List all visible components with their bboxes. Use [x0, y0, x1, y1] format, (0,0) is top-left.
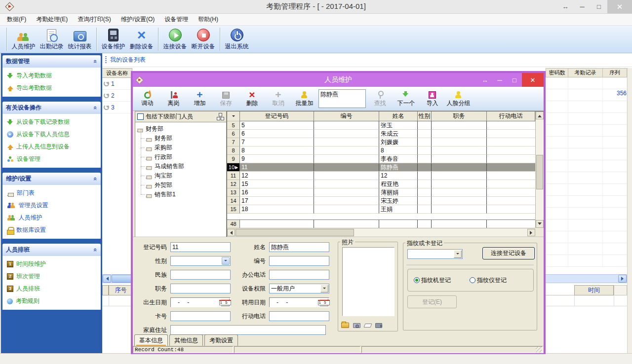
- column-header[interactable]: 登记号码: [240, 111, 314, 121]
- table-row[interactable]: 77刘媛媛: [227, 138, 535, 146]
- time-column-header[interactable]: 时间: [574, 285, 614, 295]
- arrange-arrows-icon[interactable]: ↔: [477, 73, 492, 87]
- scroll-right-icon[interactable]: [527, 229, 535, 236]
- sidebar-item-database-settings[interactable]: 数据库设置: [7, 226, 99, 234]
- grid-horizontal-scrollbar[interactable]: [227, 228, 535, 237]
- tree-node[interactable]: 采购部: [136, 143, 225, 152]
- chevron-up-icon[interactable]: «: [92, 177, 99, 181]
- tree-node[interactable]: 销售部1: [136, 190, 225, 199]
- radio-icon[interactable]: [470, 277, 475, 283]
- toolbar-report-button[interactable]: 统计报表: [66, 26, 94, 53]
- toolbar-personnel-button[interactable]: 人员维护: [9, 26, 38, 53]
- calendar-icon[interactable]: 15: [319, 298, 328, 306]
- column-header[interactable]: 密码数: [546, 68, 568, 77]
- batch-add-button[interactable]: 批量加: [291, 87, 317, 110]
- sidebar-item-department-table[interactable]: 部门表: [7, 189, 99, 197]
- column-header[interactable]: 考勤记录: [568, 68, 603, 77]
- mobile-phone-field[interactable]: [269, 311, 329, 321]
- sidebar-item-personnel-maintain[interactable]: 人员维护: [7, 214, 99, 222]
- table-row[interactable]: 1316薄丽娟: [227, 188, 535, 197]
- section-header-data[interactable]: 数据管理 «: [2, 55, 101, 68]
- face-group-button[interactable]: 人脸分组: [445, 87, 472, 110]
- column-header[interactable]: 姓名: [379, 111, 418, 121]
- scroll-left-icon[interactable]: [227, 229, 235, 236]
- table-row[interactable]: 1417宋玉婷: [227, 197, 535, 205]
- vertical-scrollbar[interactable]: [535, 111, 544, 228]
- section-header-maintain[interactable]: 维护/设置 «: [2, 173, 101, 185]
- sidebar-item-time-period[interactable]: 1时间段维护: [7, 260, 99, 268]
- open-folder-icon[interactable]: [341, 323, 349, 328]
- fingerprint-device-select[interactable]: [407, 249, 463, 259]
- chevron-up-icon[interactable]: «: [92, 106, 99, 109]
- include-sub-dept-checkbox[interactable]: [137, 113, 144, 120]
- next-button[interactable]: 下一个: [393, 87, 419, 110]
- table-row[interactable]: 1518王娟: [227, 205, 535, 214]
- menu-query-print[interactable]: 查询/打印(S): [73, 14, 116, 25]
- seq-column-header[interactable]: 序号: [109, 285, 133, 295]
- device-row[interactable]: 3: [102, 102, 132, 113]
- camera-icon[interactable]: [353, 323, 360, 328]
- import-button[interactable]: 导入: [419, 87, 445, 110]
- toolbar-disconnect-device-button[interactable]: 断开设备: [189, 26, 217, 53]
- toolbar-exit-button[interactable]: 退出系统: [223, 26, 251, 53]
- column-header[interactable]: 职务: [432, 111, 487, 121]
- home-address-field[interactable]: [170, 325, 326, 335]
- sidebar-item-import-data[interactable]: 导入考勤数据: [7, 72, 99, 80]
- transfer-button[interactable]: 调动: [134, 87, 160, 110]
- column-header[interactable]: 序列: [603, 68, 627, 77]
- birth-date-field[interactable]: - -15: [170, 297, 231, 307]
- tree-node[interactable]: 财务部: [136, 134, 225, 143]
- tree-root[interactable]: 财务部: [136, 124, 225, 134]
- video-camera-icon[interactable]: [375, 323, 382, 328]
- sidebar-item-shift-manage[interactable]: 2班次管理: [7, 272, 99, 281]
- eraser-icon[interactable]: [364, 324, 372, 328]
- device-name-header[interactable]: 设备名称: [102, 68, 132, 78]
- dropdown-arrow-icon[interactable]: [227, 111, 240, 121]
- radio-selected-icon[interactable]: [414, 277, 420, 283]
- sidebar-item-download-personnel[interactable]: 从设备下载人员信息: [7, 130, 99, 139]
- menu-maintain[interactable]: 维护/设置(O): [116, 14, 160, 25]
- duty-field[interactable]: [170, 284, 231, 293]
- delete-button[interactable]: ×删除: [239, 87, 265, 110]
- tree-node[interactable]: 马成销售部: [136, 162, 225, 171]
- tab-basic-info[interactable]: 基本信息: [134, 334, 168, 346]
- device-privilege-select[interactable]: 一般用户: [269, 284, 329, 293]
- table-row[interactable]: 55张玉: [227, 121, 535, 130]
- table-row[interactable]: 111212: [227, 172, 535, 180]
- table-row[interactable]: 1215程亚艳: [227, 180, 535, 188]
- dialog-titlebar[interactable]: 人员维护 ↔ ─ □ ✕: [133, 73, 544, 87]
- chevron-up-icon[interactable]: «: [92, 248, 99, 252]
- toolbar-attendance-record-button[interactable]: 出勤记录: [38, 26, 66, 53]
- connect-register-device-button[interactable]: 连接登记设备: [482, 247, 535, 259]
- tab-attendance-settings[interactable]: 考勤设置: [204, 334, 238, 346]
- section-header-scheduling[interactable]: 人员排班 «: [2, 244, 101, 256]
- tree-node[interactable]: 淘宝部: [136, 171, 225, 181]
- sidebar-item-personnel-schedule[interactable]: 3人员排班: [7, 285, 99, 293]
- device-row[interactable]: 2: [102, 90, 132, 102]
- search-input[interactable]: 陈静燕: [318, 89, 366, 108]
- chevron-up-icon[interactable]: «: [92, 60, 99, 63]
- toolbar-connect-device-button[interactable]: 连接设备: [161, 26, 189, 53]
- scroll-up-icon[interactable]: [536, 111, 544, 119]
- column-header[interactable]: 编号: [314, 111, 379, 121]
- gender-select[interactable]: [170, 256, 231, 266]
- drag-handle-icon[interactable]: [105, 56, 107, 64]
- calendar-icon[interactable]: 15: [221, 298, 230, 306]
- leave-post-button[interactable]: 离岗: [160, 87, 187, 110]
- toolbar-device-maintain-button[interactable]: 设备维护: [99, 26, 127, 53]
- table-row[interactable]: 66朱成云: [227, 130, 535, 138]
- sidebar-item-device-manage[interactable]: 设备管理: [7, 155, 99, 163]
- scroll-right-icon[interactable]: [618, 275, 627, 283]
- sidebar-item-download-records[interactable]: 从设备下载记录数据: [7, 118, 99, 126]
- table-row-last[interactable]: 48: [227, 220, 535, 228]
- reg-no-field[interactable]: 11: [170, 242, 231, 252]
- menu-help[interactable]: 帮助(H): [193, 14, 223, 25]
- scroll-left-icon[interactable]: [103, 275, 111, 283]
- sidebar-item-admin-settings[interactable]: 管理员设置: [7, 201, 99, 210]
- dialog-minimize-button[interactable]: ─: [492, 73, 507, 87]
- dialog-maximize-button[interactable]: □: [507, 73, 522, 87]
- toolbar-delete-device-button[interactable]: × 删除设备: [127, 26, 156, 53]
- emp-no-field[interactable]: [269, 256, 329, 266]
- column-header[interactable]: 性别: [418, 111, 432, 121]
- menu-attendance[interactable]: 考勤处理(E): [31, 14, 73, 25]
